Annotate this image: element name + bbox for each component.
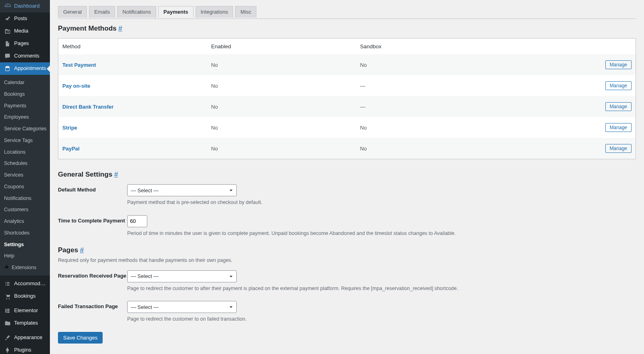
col-sandbox-header: Sandbox	[356, 39, 505, 55]
reservation-page-select[interactable]: — Select —	[127, 270, 237, 282]
media-icon	[4, 28, 11, 35]
method-link[interactable]: Direct Bank Transfer	[62, 104, 114, 110]
sidebar-item-bookings[interactable]: Bookings	[0, 290, 50, 303]
sidebar-item-label: Elementor	[14, 307, 38, 314]
tab-misc[interactable]: Misc	[235, 6, 256, 18]
tab-general[interactable]: General	[58, 6, 87, 18]
tab-integrations[interactable]: Integrations	[196, 6, 233, 18]
cart-icon	[4, 293, 11, 300]
manage-button[interactable]: Manage	[605, 123, 632, 132]
enabled-cell: No	[207, 138, 356, 159]
payment-methods-heading: Payment Methods #	[58, 25, 636, 33]
enabled-cell: No	[207, 117, 356, 138]
sidebar-item-label: Media	[14, 28, 28, 35]
list-icon	[4, 280, 11, 287]
enabled-cell: No	[207, 96, 356, 117]
submenu-item-schedules[interactable]: Schedules	[0, 158, 50, 169]
method-link[interactable]: Pay on-site	[62, 83, 90, 89]
tab-payments[interactable]: Payments	[158, 6, 193, 18]
reservation-page-row: Reservation Received Page — Select — Pag…	[58, 270, 636, 292]
manage-button[interactable]: Manage	[605, 81, 632, 90]
table-row: Direct Bank TransferNo—Manage	[58, 96, 636, 117]
submenu-item-calendar[interactable]: Calendar	[0, 77, 50, 88]
manage-button[interactable]: Manage	[605, 102, 632, 111]
pin-icon	[4, 15, 11, 22]
folder-icon	[4, 320, 11, 327]
calendar-icon	[4, 65, 11, 72]
enabled-cell: No	[207, 54, 356, 75]
sandbox-cell: No	[356, 117, 505, 138]
sidebar-item-accommodation[interactable]: Accommodation	[0, 278, 50, 290]
sidebar-item-label: Appearance	[14, 334, 42, 341]
brush-icon	[4, 334, 11, 341]
comments-icon	[4, 53, 11, 60]
sidebar-item-label: Comments	[14, 53, 39, 60]
time-to-complete-row: Time to Complete Payment Period of time …	[58, 215, 636, 237]
payment-methods-anchor[interactable]: #	[118, 25, 122, 32]
reservation-page-desc: Page to redirect the customer to after t…	[127, 285, 636, 292]
general-settings-heading: General Settings #	[58, 171, 636, 179]
submenu-item-customers[interactable]: Customers	[0, 204, 50, 216]
submenu-item-extensions[interactable]: Extensions	[0, 262, 50, 274]
method-link[interactable]: PayPal	[62, 146, 80, 152]
sandbox-cell: No	[356, 138, 505, 159]
col-method-header: Method	[58, 39, 207, 55]
submenu-item-locations[interactable]: Locations	[0, 146, 50, 158]
submenu-item-analytics[interactable]: Analytics	[0, 216, 50, 227]
plug-icon	[4, 347, 11, 354]
submenu-item-bookings[interactable]: Bookings	[0, 88, 50, 100]
elementor-icon	[4, 307, 11, 314]
manage-button[interactable]: Manage	[605, 60, 632, 69]
content-area: GeneralEmailsNotificationsPaymentsIntegr…	[50, 0, 644, 354]
table-row: Test PaymentNoNoManage	[58, 54, 636, 75]
failed-page-desc: Page to redirect the customer to on fail…	[127, 315, 636, 323]
submenu-item-shortcodes[interactable]: Shortcodes	[0, 227, 50, 239]
sidebar-item-label: Templates	[14, 320, 38, 327]
general-settings-anchor[interactable]: #	[114, 171, 118, 178]
time-to-complete-input[interactable]	[127, 215, 147, 227]
save-changes-button[interactable]: Save Changes	[58, 332, 103, 344]
submenu-item-service-tags[interactable]: Service Tags	[0, 135, 50, 146]
method-link[interactable]: Stripe	[62, 125, 77, 131]
failed-page-select[interactable]: — Select —	[127, 301, 237, 313]
sidebar-item-appointments[interactable]: Appointments	[0, 62, 50, 75]
submenu-item-notifications[interactable]: Notifications	[0, 193, 50, 204]
failed-page-row: Failed Transaction Page — Select — Page …	[58, 301, 636, 323]
pages-anchor[interactable]: #	[80, 246, 84, 254]
submenu-item-coupons[interactable]: Coupons	[0, 181, 50, 193]
sidebar-item-comments[interactable]: Comments	[0, 50, 50, 62]
table-row: Pay on-siteNo—Manage	[58, 75, 636, 96]
table-row: PayPalNoNoManage	[58, 138, 636, 159]
method-link[interactable]: Test Payment	[62, 62, 96, 68]
submenu-item-settings[interactable]: Settings	[0, 239, 50, 251]
settings-tabs: GeneralEmailsNotificationsPaymentsIntegr…	[58, 6, 636, 17]
submenu-item-services[interactable]: Services	[0, 169, 50, 181]
pages-icon	[4, 40, 11, 47]
submenu-item-service-categories[interactable]: Service Categories	[0, 123, 50, 135]
tab-notifications[interactable]: Notifications	[117, 6, 156, 18]
sidebar-item-templates[interactable]: Templates	[0, 317, 50, 329]
submenu-item-payments[interactable]: Payments	[0, 100, 50, 112]
default-method-select[interactable]: — Select —	[127, 184, 237, 196]
admin-sidebar: DashboardPostsMediaPagesCommentsAppointm…	[0, 0, 50, 354]
manage-button[interactable]: Manage	[605, 144, 632, 153]
appointments-submenu: CalendarBookingsPaymentsEmployeesService…	[0, 75, 50, 276]
col-enabled-header: Enabled	[207, 39, 356, 55]
sidebar-item-plugins[interactable]: Plugins	[0, 344, 50, 354]
submenu-item-employees[interactable]: Employees	[0, 111, 50, 123]
sidebar-item-appearance[interactable]: Appearance	[0, 331, 50, 344]
sidebar-item-label: Accommodation	[14, 280, 47, 287]
sidebar-item-elementor[interactable]: Elementor	[0, 305, 50, 317]
sidebar-item-label: Pages	[14, 40, 29, 47]
sandbox-cell: —	[356, 75, 505, 96]
sidebar-item-dashboard[interactable]: Dashboard	[0, 0, 50, 12]
time-to-complete-desc: Period of time in minutes the user is gi…	[127, 230, 636, 237]
tab-emails[interactable]: Emails	[89, 6, 115, 18]
sidebar-item-label: Dashboard	[14, 3, 40, 10]
submenu-item-help[interactable]: Help	[0, 250, 50, 262]
sidebar-item-label: Posts	[14, 15, 27, 22]
sidebar-item-posts[interactable]: Posts	[0, 12, 50, 25]
sidebar-item-media[interactable]: Media	[0, 25, 50, 37]
default-method-desc: Payment method that is pre-selected on c…	[127, 199, 636, 206]
sidebar-item-pages[interactable]: Pages	[0, 37, 50, 50]
